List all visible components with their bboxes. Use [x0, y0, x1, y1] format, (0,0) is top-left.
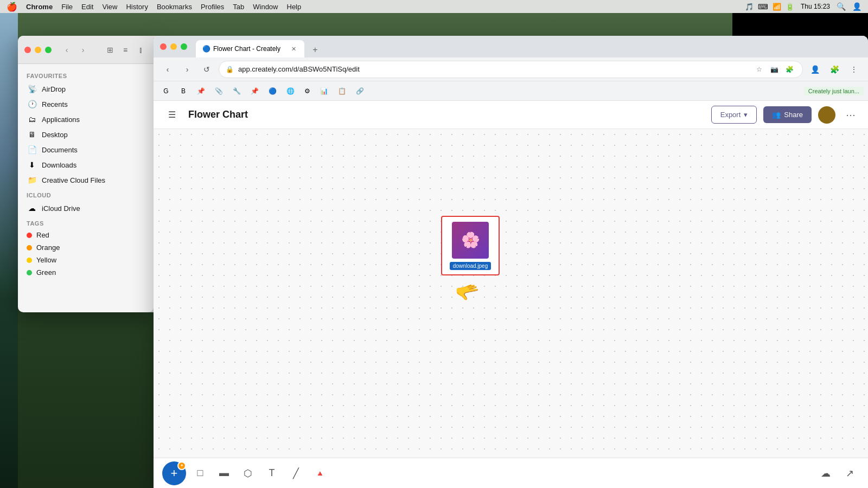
chrome-back-button[interactable]: ‹	[160, 62, 175, 77]
finder-tags-label: Tags	[18, 216, 154, 229]
bookmark-5[interactable]: 🔧	[228, 85, 245, 97]
bookmark-4[interactable]: 📎	[210, 85, 227, 97]
lock-icon: 🔒	[226, 66, 234, 73]
chrome-window: 🔵 Flower Chart - Creately ✕ + ‹ › ↺ 🔒 ap…	[154, 36, 868, 488]
chrome-profile-button[interactable]: 👤	[807, 62, 822, 77]
chrome-close-button[interactable]	[160, 43, 167, 50]
canvas-image-thumbnail: 🌸	[452, 222, 489, 259]
chrome-menu-button[interactable]: ⋮	[846, 62, 861, 77]
bookmark-12[interactable]: 🔗	[352, 85, 368, 97]
finder-close-button[interactable]	[24, 47, 31, 53]
bookmark-6[interactable]: 📌	[246, 85, 263, 97]
menubar-history[interactable]: History	[126, 3, 148, 11]
menubar-view[interactable]: View	[102, 3, 117, 11]
documents-icon: 📄	[27, 144, 37, 155]
hexagon-tool-button[interactable]: ⬡	[238, 464, 258, 483]
extension-button[interactable]: 🧩	[783, 63, 796, 76]
menubar-time: Thu 15:23	[801, 3, 830, 10]
chrome-tabs: 🔵 Flower Chart - Creately ✕ +	[196, 36, 323, 57]
more-options-button[interactable]: ⋯	[842, 106, 859, 124]
menubar-user[interactable]: 👤	[852, 2, 861, 11]
new-tab-button[interactable]: +	[308, 42, 323, 57]
finder-grid-view[interactable]: ⊞	[104, 43, 117, 56]
address-bar-actions: ☆ 📷 🧩	[752, 63, 796, 76]
finder-item-creative-cloud[interactable]: 📁 Creative Cloud Files	[20, 172, 151, 188]
menubar-edit[interactable]: Edit	[81, 3, 93, 11]
share-icon: 👥	[772, 111, 781, 119]
toolbar-left: + ✦ □ ▬ ⬡ T ╱ 🔺	[162, 461, 329, 485]
chrome-reload-button[interactable]: ↺	[199, 62, 214, 77]
finder-traffic-lights	[24, 47, 52, 53]
menubar-file[interactable]: File	[61, 3, 73, 11]
bookmark-8[interactable]: 🌐	[282, 85, 299, 97]
cloud-sync-button[interactable]: ☁	[816, 464, 835, 483]
pointer-tool-button[interactable]: ↗	[840, 464, 859, 483]
finder-tag-red[interactable]: Red	[20, 229, 151, 241]
menubar-help[interactable]: Help	[287, 3, 302, 11]
tab-favicon: 🔵	[202, 45, 210, 53]
bookmark-11[interactable]: 📋	[334, 85, 350, 97]
text-tool-button[interactable]: T	[262, 464, 282, 483]
finder-list-view[interactable]: ≡	[119, 43, 132, 56]
add-element-button[interactable]: + ✦	[162, 461, 186, 485]
roundrect-tool-button[interactable]: ▬	[214, 464, 234, 483]
finder-tag-green[interactable]: Green	[20, 266, 151, 279]
finder-item-documents[interactable]: 📄 Documents	[20, 142, 151, 157]
menubar-chrome[interactable]: Chrome	[26, 3, 53, 11]
finder-toolbar-icons: ⊞ ≡ ⫿	[104, 43, 147, 56]
chrome-extensions-button[interactable]: 🧩	[827, 62, 842, 77]
finder-item-icloud-drive[interactable]: ☁ iCloud Drive	[20, 201, 151, 216]
green-tag-dot	[27, 270, 32, 275]
finder-item-applications[interactable]: 🗂 Applications	[20, 112, 151, 127]
finder-column-view[interactable]: ⫿	[134, 43, 147, 56]
finder-airdrop-label: AirDrop	[42, 85, 66, 93]
chrome-addressbar: ‹ › ↺ 🔒 app.creately.com/d/aBSWo5NTiSq/e…	[154, 57, 868, 81]
finder-downloads-label: Downloads	[42, 161, 76, 169]
finder-forward-button[interactable]: ›	[76, 43, 90, 56]
address-url-text: app.creately.com/d/aBSWo5NTiSq/edit	[238, 65, 748, 73]
apple-menu[interactable]: 🍎	[7, 2, 17, 12]
bookmark-google[interactable]: G	[158, 85, 174, 97]
tab-close-button[interactable]: ✕	[289, 44, 298, 53]
menubar-window[interactable]: Window	[253, 3, 278, 11]
canvas-image-element[interactable]: 🌸 download.jpeg	[441, 216, 500, 275]
canvas-area[interactable]: 🌸 download.jpeg 🫳	[154, 129, 868, 458]
hamburger-menu-button[interactable]: ☰	[162, 105, 182, 125]
finder-item-airdrop[interactable]: 📡 AirDrop	[20, 81, 151, 97]
rectangle-tool-button[interactable]: □	[190, 464, 210, 483]
export-button[interactable]: Export ▾	[711, 106, 757, 124]
share-label: Share	[784, 111, 803, 119]
chrome-forward-button[interactable]: ›	[180, 62, 195, 77]
menubar-bookmarks[interactable]: Bookmarks	[157, 3, 192, 11]
finder-item-recents[interactable]: 🕐 Recents	[20, 97, 151, 112]
finder-back-button[interactable]: ‹	[60, 43, 73, 56]
user-avatar[interactable]	[818, 106, 835, 124]
finder-item-downloads[interactable]: ⬇ Downloads	[20, 157, 151, 172]
finder-maximize-button[interactable]	[45, 47, 52, 53]
bookmark-b[interactable]: B	[175, 85, 192, 97]
screenshot-button[interactable]: 📷	[768, 63, 781, 76]
bookmark-10[interactable]: 📊	[316, 85, 333, 97]
share-button[interactable]: 👥 Share	[763, 106, 812, 123]
icloud-drive-icon: ☁	[27, 203, 37, 214]
finder-minimize-button[interactable]	[35, 47, 41, 53]
chrome-tab-active[interactable]: 🔵 Flower Chart - Creately ✕	[196, 40, 304, 57]
finder-item-desktop[interactable]: 🖥 Desktop	[20, 127, 151, 142]
bookmark-star-button[interactable]: ☆	[752, 63, 765, 76]
menubar-tab[interactable]: Tab	[233, 3, 244, 11]
document-title[interactable]: Flower Chart	[188, 109, 705, 120]
chrome-minimize-button[interactable]	[170, 43, 177, 50]
finder-orange-label: Orange	[36, 243, 60, 252]
chrome-maximize-button[interactable]	[181, 43, 187, 50]
menubar-search[interactable]: 🔍	[837, 2, 846, 11]
finder-tag-orange[interactable]: Orange	[20, 241, 151, 254]
bookmark-3[interactable]: 📌	[193, 85, 209, 97]
bookmark-9[interactable]: ⚙	[300, 85, 315, 97]
menubar-profiles[interactable]: Profiles	[201, 3, 224, 11]
arrow-tool-button[interactable]: 🔺	[310, 464, 329, 483]
add-icon: +	[171, 466, 178, 480]
finder-tag-yellow[interactable]: Yellow	[20, 254, 151, 266]
bookmark-7[interactable]: 🔵	[264, 85, 281, 97]
chrome-address-bar[interactable]: 🔒 app.creately.com/d/aBSWo5NTiSq/edit ☆ …	[219, 61, 803, 78]
line-tool-button[interactable]: ╱	[286, 464, 305, 483]
